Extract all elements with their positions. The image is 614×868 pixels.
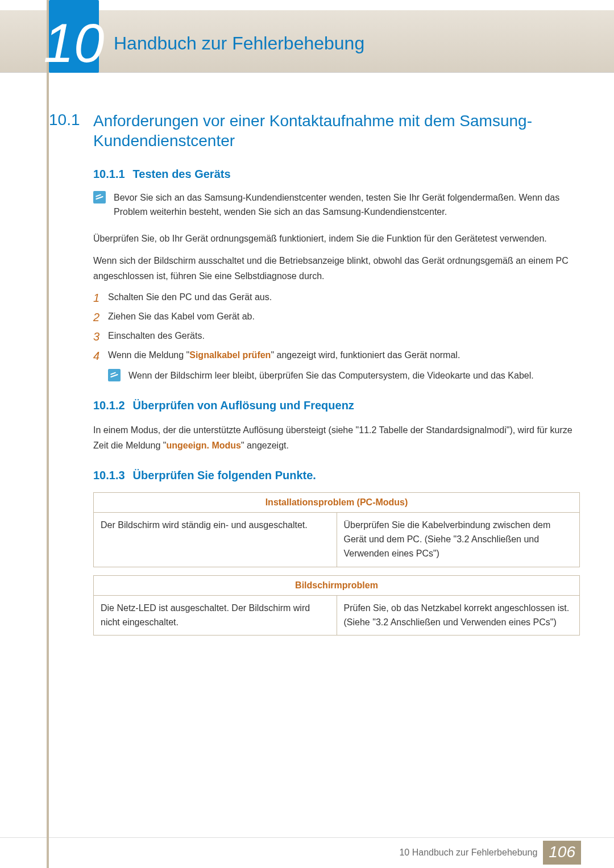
step-item: 4 Wenn die Meldung "Signalkabel prüfen" …: [93, 348, 580, 363]
page-content: 10.1 Anforderungen vor einer Kontaktaufn…: [49, 99, 580, 643]
heading-number: 10.1.1: [93, 168, 125, 180]
table-cell: Prüfen Sie, ob das Netzkabel korrekt ang…: [337, 595, 580, 636]
chapter-header: 10 Handbuch zur Fehlerbehebung: [0, 10, 614, 73]
highlight-text: Signalkabel prüfen: [189, 350, 271, 360]
step-text: Ziehen Sie das Kabel vom Gerät ab.: [108, 310, 255, 324]
table-cell: Die Netz-LED ist ausgeschaltet. Der Bild…: [94, 595, 337, 636]
table-cell: Überprüfen Sie die Kabelverbindung zwisc…: [337, 513, 580, 567]
step-text: Wenn die Meldung "Signalkabel prüfen" an…: [108, 348, 460, 363]
text-fragment: " angezeigt.: [241, 441, 289, 450]
table-header: Bildschirmproblem: [94, 575, 580, 595]
note-icon: [108, 369, 121, 381]
step-number: 2: [93, 310, 108, 325]
heading-number: 10.1: [49, 111, 93, 129]
step-number: 1: [93, 290, 108, 305]
paragraph: Wenn sich der Bildschirm ausschaltet und…: [93, 253, 580, 284]
heading-10-1: 10.1 Anforderungen vor einer Kontaktaufn…: [49, 111, 580, 151]
note-block: Bevor Sie sich an das Samsung-Kundendien…: [93, 191, 580, 219]
note-block: Wenn der Bildschirm leer bleibt, überprü…: [108, 369, 580, 383]
step-number: 3: [93, 329, 108, 344]
left-margin-stripe: [47, 0, 49, 868]
page-footer: 10 Handbuch zur Fehlerbehebung 106: [0, 837, 614, 868]
highlight-text: ungeeign. Modus: [166, 441, 241, 450]
paragraph: Überprüfen Sie, ob Ihr Gerät ordnungsgem…: [93, 231, 580, 246]
table-installation-problem: Installationsproblem (PC-Modus) Der Bild…: [93, 492, 580, 567]
footer-chapter-label: 10 Handbuch zur Fehlerbehebung: [399, 848, 537, 858]
heading-text: Überprüfen Sie folgenden Punkte.: [133, 469, 316, 481]
table-cell: Der Bildschirm wird ständig ein- und aus…: [94, 513, 337, 567]
step-text: Schalten Sie den PC und das Gerät aus.: [108, 290, 272, 305]
step-number: 4: [93, 348, 108, 363]
table-screen-problem: Bildschirmproblem Die Netz-LED ist ausge…: [93, 575, 580, 636]
note-text: Bevor Sie sich an das Samsung-Kundendien…: [114, 191, 580, 219]
step-item: 2 Ziehen Sie das Kabel vom Gerät ab.: [93, 310, 580, 325]
heading-text: Überprüfen von Auflösung und Frequenz: [133, 399, 354, 412]
note-text: Wenn der Bildschirm leer bleibt, überprü…: [128, 369, 534, 383]
text-fragment: In einem Modus, der die unterstützte Auf…: [93, 425, 572, 450]
heading-number: 10.1.3: [93, 469, 125, 481]
heading-text: Testen des Geräts: [133, 168, 231, 180]
heading-number: 10.1.2: [93, 399, 125, 412]
text-fragment: Wenn die Meldung ": [108, 350, 189, 360]
chapter-title: Handbuch zur Fehlerbehebung: [114, 33, 364, 54]
step-item: 1 Schalten Sie den PC und das Gerät aus.: [93, 290, 580, 305]
heading-text: Anforderungen vor einer Kontaktaufnahme …: [93, 111, 580, 151]
heading-10-1-1: 10.1.1Testen des Geräts: [93, 168, 580, 181]
heading-10-1-3: 10.1.3Überprüfen Sie folgenden Punkte.: [93, 469, 580, 482]
table-header: Installationsproblem (PC-Modus): [94, 493, 580, 513]
text-fragment: " angezeigt wird, funktioniert das Gerät…: [271, 350, 460, 360]
page-number: 106: [543, 841, 581, 865]
note-icon: [93, 191, 106, 203]
step-text: Einschalten des Geräts.: [108, 329, 205, 343]
step-list: 1 Schalten Sie den PC und das Gerät aus.…: [93, 290, 580, 363]
chapter-number-box: 10: [49, 0, 99, 73]
footer-inner: 10 Handbuch zur Fehlerbehebung 106: [399, 841, 581, 865]
heading-10-1-2: 10.1.2Überprüfen von Auflösung und Frequ…: [93, 399, 580, 412]
paragraph: In einem Modus, der die unterstützte Auf…: [93, 422, 580, 453]
step-item: 3 Einschalten des Geräts.: [93, 329, 580, 344]
